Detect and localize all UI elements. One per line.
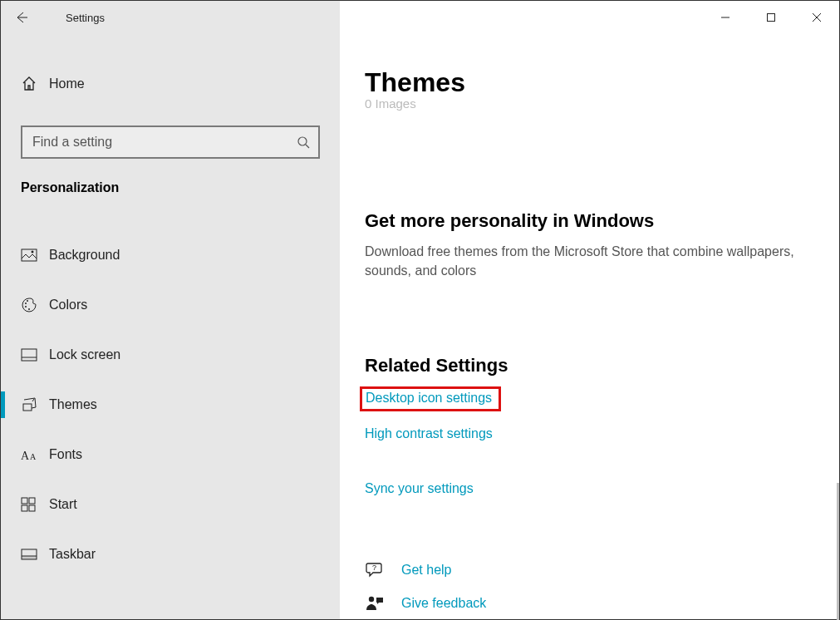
svg-rect-15 (29, 505, 35, 511)
sidebar-item-fonts[interactable]: AA Fonts (1, 430, 340, 480)
svg-text:A: A (30, 452, 37, 461)
sidebar-item-label: Lock screen (49, 347, 120, 362)
sidebar-item-start[interactable]: Start (1, 480, 340, 529)
svg-point-6 (25, 306, 27, 308)
page-title: Themes (365, 67, 806, 98)
highlighted-link-box: Desktop icon settings (360, 386, 501, 411)
fonts-icon: AA (21, 448, 39, 461)
sidebar: Home Personalization Background (1, 34, 340, 619)
search-input[interactable] (31, 134, 297, 150)
sidebar-item-label: Start (49, 497, 77, 512)
section-related-title: Related Settings (365, 355, 806, 376)
start-icon (21, 497, 36, 512)
svg-rect-2 (22, 249, 37, 261)
sidebar-item-label: Fonts (49, 447, 82, 462)
svg-point-4 (25, 303, 27, 304)
close-icon (812, 12, 822, 22)
taskbar-icon (21, 549, 37, 560)
link-desktop-icon-settings[interactable]: Desktop icon settings (366, 391, 492, 406)
svg-rect-12 (22, 498, 27, 504)
svg-rect-14 (22, 505, 27, 511)
sidebar-item-label: Taskbar (49, 547, 96, 562)
maximize-button[interactable] (748, 1, 793, 34)
home-label: Home (49, 76, 85, 91)
clipped-text: 0 Images (365, 96, 806, 111)
back-arrow-icon (14, 10, 29, 25)
minimize-icon (720, 12, 730, 22)
maximize-icon (766, 12, 776, 22)
home-icon (21, 76, 37, 92)
svg-point-5 (27, 300, 28, 302)
section-personality-desc: Download free themes from the Microsoft … (365, 242, 797, 280)
window-title: Settings (42, 12, 105, 24)
svg-rect-0 (767, 14, 774, 22)
svg-rect-13 (29, 498, 35, 504)
settings-window: Settings Home (0, 0, 840, 620)
sidebar-item-background[interactable]: Background (1, 230, 340, 280)
search-box[interactable] (21, 125, 320, 159)
minimize-button[interactable] (702, 1, 748, 34)
sidebar-item-label: Background (49, 248, 120, 263)
category-label: Personalization (1, 177, 340, 210)
svg-rect-8 (22, 349, 37, 361)
link-high-contrast-settings[interactable]: High contrast settings (365, 426, 493, 441)
help-chat-icon: ? (365, 561, 385, 579)
lockscreen-icon (21, 348, 37, 362)
svg-point-3 (32, 251, 34, 253)
themes-icon (21, 396, 37, 413)
svg-text:?: ? (372, 563, 376, 572)
scrollbar[interactable] (837, 483, 839, 620)
link-get-help[interactable]: Get help (401, 563, 451, 578)
sidebar-item-themes[interactable]: Themes (1, 380, 340, 430)
svg-rect-17 (22, 556, 37, 559)
picture-icon (21, 248, 37, 262)
sidebar-item-label: Themes (49, 397, 97, 412)
sidebar-item-colors[interactable]: Colors (1, 280, 340, 330)
svg-text:A: A (21, 450, 30, 461)
sidebar-item-taskbar[interactable]: Taskbar (1, 529, 340, 579)
title-bar: Settings (1, 1, 839, 34)
palette-icon (21, 297, 37, 313)
sidebar-item-label: Colors (49, 298, 87, 312)
link-sync-settings[interactable]: Sync your settings (365, 481, 474, 496)
home-nav[interactable]: Home (1, 59, 340, 109)
feedback-person-icon (365, 594, 385, 613)
section-personality-title: Get more personality in Windows (365, 210, 806, 232)
search-icon (297, 135, 310, 149)
sidebar-item-lockscreen[interactable]: Lock screen (1, 330, 340, 380)
close-button[interactable] (793, 1, 839, 34)
main-content: Themes 0 Images Get more personality in … (340, 34, 839, 619)
svg-point-19 (369, 597, 374, 602)
svg-point-7 (28, 308, 30, 310)
svg-rect-9 (23, 404, 32, 411)
svg-point-1 (298, 137, 307, 145)
back-button[interactable] (1, 1, 42, 34)
link-give-feedback[interactable]: Give feedback (401, 596, 486, 611)
